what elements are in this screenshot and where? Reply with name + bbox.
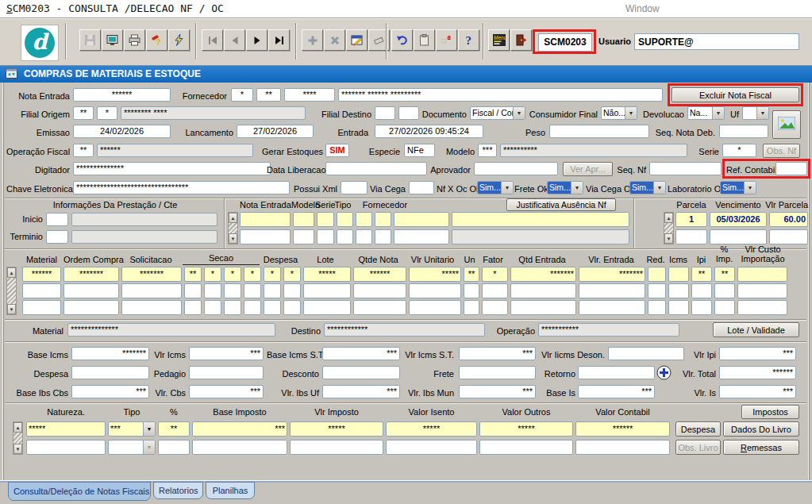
chevron-down-icon[interactable]: ▼ <box>625 107 637 119</box>
scroll-resize-handle[interactable] <box>664 223 673 233</box>
vlr-imposto-cell[interactable] <box>290 440 383 455</box>
fornecedor-field-1[interactable]: * <box>231 88 253 102</box>
vlr-custo-cell[interactable] <box>737 283 787 298</box>
chevron-down-icon[interactable]: ▼ <box>501 182 513 194</box>
menu-button[interactable]: Menu <box>488 29 510 51</box>
terminio-field[interactable] <box>46 230 68 244</box>
valor-contabil-cell[interactable]: ****** <box>575 421 670 437</box>
vlr-icms-field[interactable]: *** <box>189 347 264 360</box>
possui-xml-field[interactable] <box>341 181 368 194</box>
vlr-cbs-field[interactable]: *** <box>189 385 264 398</box>
nf-cell[interactable] <box>317 212 334 227</box>
vlr-ibs-uf-field[interactable]: *** <box>322 385 400 398</box>
frete-ok-dropdown[interactable]: Sim...▼ <box>547 181 583 194</box>
nf-cell[interactable] <box>337 212 353 227</box>
via-cega-field[interactable] <box>409 181 434 194</box>
digitador-field[interactable]: ************** <box>73 162 271 175</box>
chave-eletronica-field[interactable]: ********************************* <box>73 181 290 194</box>
nf-cell[interactable] <box>337 229 353 244</box>
lote-cell[interactable]: ***** <box>303 267 351 282</box>
secao-cell[interactable] <box>244 300 261 315</box>
qtde-nota-cell[interactable]: ****** <box>353 267 406 282</box>
pedagio-field[interactable] <box>189 366 264 379</box>
chevron-down-icon[interactable]: ▼ <box>513 107 525 119</box>
scroll-up-button[interactable]: ▲ <box>7 267 16 278</box>
vlr-icms-deson-field[interactable] <box>608 347 684 360</box>
despesa-cell[interactable] <box>264 300 281 315</box>
qtd-entrada-cell[interactable]: ******* <box>510 267 576 282</box>
chevron-down-icon[interactable]: ▼ <box>143 422 155 436</box>
un-cell[interactable] <box>464 300 479 315</box>
secao-cell[interactable] <box>224 283 241 298</box>
secao-cell[interactable] <box>184 283 202 298</box>
scroll-down-button[interactable]: ▼ <box>664 233 673 244</box>
secao-cell[interactable]: ** <box>184 267 202 282</box>
fornecedor-name-field[interactable]: ******* ****** ********* <box>338 88 663 102</box>
ordem-compra-cell[interactable] <box>63 300 119 315</box>
operacao-fiscal-field-1[interactable]: ** <box>73 144 94 157</box>
secao-cell[interactable] <box>224 300 241 315</box>
material-cell[interactable]: ****** <box>22 267 61 282</box>
serie-field[interactable]: * <box>722 144 756 157</box>
ref-contabil-field[interactable] <box>775 162 807 175</box>
ipi-cell[interactable]: ** <box>691 267 712 282</box>
especie-field[interactable]: NFe <box>404 144 435 157</box>
enter-query-button[interactable]: ? <box>146 29 167 51</box>
help-button[interactable]: ? <box>458 29 479 51</box>
valor-isento-cell[interactable] <box>386 440 477 455</box>
nf-cell[interactable] <box>394 212 449 227</box>
base-icms-field[interactable]: ******* <box>71 347 149 360</box>
nf-cell[interactable] <box>317 229 334 244</box>
image-button[interactable] <box>772 110 801 139</box>
chevron-down-icon[interactable]: ▼ <box>744 182 756 194</box>
scroll-up-button[interactable]: ▲ <box>13 422 22 433</box>
pct-cell[interactable]: ** <box>158 421 190 437</box>
valor-isento-cell[interactable]: ***** <box>386 421 477 437</box>
nf-cell[interactable] <box>293 229 314 244</box>
vlr-parcela-cell[interactable]: 60.00 <box>769 212 808 227</box>
vlr-entrada-cell[interactable] <box>579 300 645 315</box>
vencimento-cell[interactable] <box>710 229 767 244</box>
via-cega-ok-dropdown[interactable]: Sim...▼ <box>629 181 666 194</box>
un-cell[interactable]: ** <box>464 267 479 282</box>
form-code-field[interactable]: SCM0203 <box>538 33 592 52</box>
vlr-custo-cell[interactable] <box>737 300 787 315</box>
justificativa-ausencia-nf-button[interactable]: Justificativa Ausência Nf <box>506 198 616 211</box>
vlr-unitario-cell[interactable] <box>409 300 461 315</box>
scroll-down-button[interactable]: ▼ <box>13 444 22 454</box>
vencimento-cell[interactable]: 05/03/2026 <box>710 212 767 227</box>
filial-origem-field-1[interactable]: ** <box>73 106 94 120</box>
chevron-down-icon[interactable]: ▼ <box>712 107 724 119</box>
icms-cell[interactable] <box>668 283 689 298</box>
base-is-field[interactable]: *** <box>578 385 655 398</box>
despesa-field[interactable] <box>71 366 149 379</box>
dados-do-livro-button[interactable]: Dados Do Livro <box>723 421 799 437</box>
scroll-down-button[interactable]: ▼ <box>229 233 237 244</box>
secao-cell[interactable]: * <box>204 267 221 282</box>
clipboard-button[interactable] <box>414 29 435 51</box>
previous-record-button[interactable] <box>224 29 245 51</box>
nf-cell[interactable] <box>293 212 314 227</box>
secao-cell[interactable] <box>204 300 221 315</box>
vlr-parcela-cell[interactable] <box>769 229 808 244</box>
pct-imp-cell[interactable]: ** <box>714 267 735 282</box>
base-imposto-cell[interactable]: *** <box>192 421 287 437</box>
retorno-field[interactable] <box>578 366 655 379</box>
nf-cell[interactable] <box>240 229 291 244</box>
red-cell[interactable] <box>648 283 666 298</box>
qtd-entrada-cell[interactable] <box>510 283 576 298</box>
nf-cell[interactable] <box>375 212 391 227</box>
solicitacao-cell[interactable]: ******* <box>121 267 182 282</box>
uf-dropdown[interactable]: ▼ <box>742 106 769 120</box>
nf-cell[interactable] <box>394 229 449 244</box>
chevron-down-icon[interactable]: ▼ <box>143 441 155 454</box>
solicitacao-cell[interactable] <box>121 300 182 315</box>
scroll-resize-handle[interactable] <box>7 278 16 304</box>
menu-window[interactable]: Window <box>625 3 660 14</box>
tipo-cell[interactable]: ▼ <box>108 440 156 455</box>
aprovador-field[interactable] <box>474 162 558 175</box>
nf-cell[interactable] <box>356 229 372 244</box>
base-imposto-cell[interactable] <box>192 440 287 455</box>
next-record-button[interactable] <box>246 29 267 51</box>
valor-outros-cell[interactable]: ***** <box>479 421 573 437</box>
